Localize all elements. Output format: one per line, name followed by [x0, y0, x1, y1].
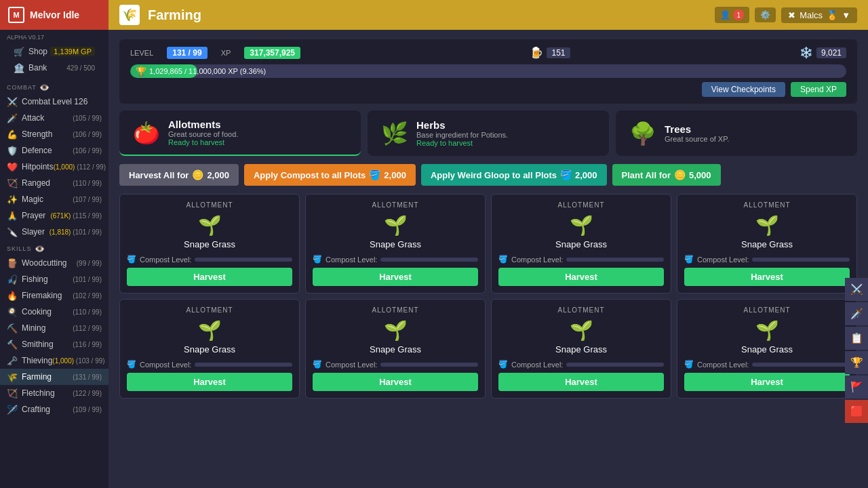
compost-bucket-3: 🪣	[498, 255, 508, 264]
plant-name-1: Snape Grass	[184, 239, 235, 249]
combat-icon: ⚔️	[7, 96, 18, 107]
allotment-category-icon: 🍅	[133, 120, 160, 146]
plant-name-4: Snape Grass	[741, 239, 793, 249]
allotment-card-5: ALLOTMENT 🌱 Snape Grass 🪣 Compost Level:…	[119, 299, 300, 399]
sidebar-item-magic[interactable]: ✨ Magic (107 / 99)	[0, 191, 108, 207]
stats-bar: LEVEL 131 / 99 XP 317,357,925 🍺 151 ❄️ 9…	[119, 39, 857, 104]
compost-bucket-5: 🪣	[127, 360, 136, 369]
category-herbs[interactable]: 🌿 Herbs Base ingredient for Potions. Rea…	[368, 110, 609, 156]
sidebar-item-woodcutting[interactable]: 🪵 Woodcutting (99 / 99)	[0, 255, 108, 271]
sidebar-item-strength[interactable]: 💪 Strength (106 / 99)	[0, 126, 108, 142]
sidebar-item-prayer[interactable]: 🙏 Prayer (671K) (115 / 99)	[0, 207, 108, 224]
allotment-header-3: ALLOTMENT	[498, 201, 664, 209]
firemaking-icon: 🔥	[7, 290, 18, 301]
fishing-icon: 🎣	[7, 274, 18, 285]
allotment-header-6: ALLOTMENT	[313, 306, 478, 314]
sidebar-item-farming[interactable]: 🌾 Farming (131 / 99)	[0, 369, 108, 385]
compost-row-1: 🪣 Compost Level:	[127, 255, 292, 264]
sidebar-item-combat-level[interactable]: ⚔️ Combat Level 126	[0, 94, 108, 110]
cooking-icon: 🍳	[7, 306, 18, 317]
settings-button[interactable]: ⚙️	[755, 7, 776, 22]
allotment-header-4: ALLOTMENT	[684, 201, 850, 209]
compost-bar-7	[566, 363, 664, 367]
harvest-button-1[interactable]: Harvest	[127, 268, 292, 286]
plant-icon-1: 🌱	[198, 214, 222, 237]
notifications-button[interactable]: 👤 1	[715, 7, 749, 23]
category-allotments[interactable]: 🍅 Allotments Great source of food. Ready…	[119, 110, 361, 156]
sidebar-item-mining[interactable]: ⛏️ Mining (112 / 99)	[0, 320, 108, 336]
sidebar-item-slayer[interactable]: 🔪 Slayer (1,818) (101 / 99)	[0, 224, 108, 240]
content-area: LEVEL 131 / 99 XP 317,357,925 🍺 151 ❄️ 9…	[108, 30, 868, 488]
compost-coin-icon: 🪣	[369, 169, 380, 180]
right-icon-clipboard[interactable]: 📋	[845, 327, 868, 350]
herbs-desc: Base ingredient for Potions.	[416, 131, 508, 139]
harvest-button-6[interactable]: Harvest	[313, 373, 478, 391]
view-checkpoints-button[interactable]: View Checkpoints	[702, 82, 785, 97]
plant-icon-7: 🌱	[570, 319, 593, 342]
plant-icon-3: 🌱	[570, 214, 593, 237]
topbar: 🌾 Farming 👤 1 ⚙️ ✖ Malcs 🏅 ▼	[108, 0, 868, 30]
gloop-all-button[interactable]: Apply Weird Gloop to all Plots 🪣 2,000	[421, 164, 607, 186]
sidebar-item-bank[interactable]: 🏦 Bank 429 / 500	[7, 60, 102, 76]
right-icon-dagger[interactable]: 🗡️	[845, 302, 868, 325]
sidebar-item-firemaking[interactable]: 🔥 Firemaking (102 / 99)	[0, 287, 108, 304]
plant-icon-8: 🌱	[755, 319, 779, 342]
plant-name-2: Snape Grass	[370, 239, 421, 249]
plant-all-button[interactable]: Plant All for 🪙 5,000	[612, 164, 721, 186]
xp-progress-bar: 🏆 1,029,865 / 11,000,000 XP (9.36%)	[130, 64, 846, 78]
compost-bucket-8: 🪣	[684, 360, 694, 369]
compost-bucket-2: 🪣	[313, 255, 322, 264]
user-chevron: ▼	[842, 10, 850, 20]
compost-bar-1	[195, 258, 292, 262]
sidebar-item-shop[interactable]: 🛒 Shop 1,139M GP	[7, 43, 102, 60]
herbs-category-icon: 🌿	[381, 121, 408, 146]
harvest-button-2[interactable]: Harvest	[313, 268, 478, 286]
sidebar-item-defence[interactable]: 🛡️ Defence (106 / 99)	[0, 142, 108, 159]
trees-category-icon: 🌳	[629, 121, 656, 146]
harvest-all-button[interactable]: Harvest All for 🪙 2,000	[119, 164, 239, 186]
sidebar-item-fletching[interactable]: 🏹 Fletching (122 / 99)	[0, 385, 108, 401]
hitpoints-icon: ❤️	[7, 161, 18, 172]
plant-icon-6: 🌱	[384, 319, 408, 342]
allotment-title: Allotments	[168, 119, 238, 130]
sidebar-item-crafting[interactable]: 🪡 Crafting (109 / 99)	[0, 401, 108, 418]
user-profile[interactable]: ✖ Malcs 🏅 ▼	[781, 7, 857, 23]
harvest-button-7[interactable]: Harvest	[498, 373, 664, 391]
compost-all-button[interactable]: Apply Compost to all Plots 🪣 2,000	[244, 164, 416, 186]
combat-section-label: COMBAT 👁️	[0, 79, 108, 94]
sidebar-item-ranged[interactable]: 🏹 Ranged (110 / 99)	[0, 175, 108, 191]
plant-icon-5: 🌱	[198, 319, 222, 342]
app-logo[interactable]: M Melvor Idle	[0, 0, 108, 30]
plant-coin-icon: 🪙	[674, 169, 686, 180]
slayer-icon: 🔪	[7, 226, 18, 237]
compost-bar-3	[566, 258, 664, 262]
farming-page-icon: 🌾	[119, 5, 140, 25]
bank-label: Bank	[28, 63, 47, 73]
right-icon-sword[interactable]: ⚔️	[845, 278, 868, 301]
spend-xp-button[interactable]: Spend XP	[791, 82, 846, 97]
harvest-button-8[interactable]: Harvest	[684, 373, 850, 391]
woodcutting-icon: 🪵	[7, 258, 18, 268]
sidebar-item-fishing[interactable]: 🎣 Fishing (101 / 99)	[0, 271, 108, 287]
thieving-icon: 🗝️	[7, 355, 18, 366]
compost-row-2: 🪣 Compost Level:	[313, 255, 478, 264]
sidebar-item-hitpoints[interactable]: ❤️ Hitpoints (1,000) (112 / 99)	[0, 159, 108, 175]
ranged-icon: 🏹	[7, 178, 18, 188]
plant-name-5: Snape Grass	[184, 344, 235, 354]
right-icon-red[interactable]: 🟥	[845, 400, 868, 423]
sidebar-item-thieving[interactable]: 🗝️ Thieving (1,000) (103 / 99)	[0, 352, 108, 369]
sidebar-item-cooking[interactable]: 🍳 Cooking (110 / 99)	[0, 304, 108, 320]
allotment-header-1: ALLOTMENT	[127, 201, 292, 209]
category-trees[interactable]: 🌳 Trees Great source of XP.	[616, 110, 857, 156]
resource1-icon: 🍺	[530, 46, 543, 59]
right-icon-trophy[interactable]: 🏆	[845, 351, 868, 374]
sidebar-item-smithing[interactable]: 🔨 Smithing (116 / 99)	[0, 336, 108, 352]
right-icon-flag[interactable]: 🚩	[845, 375, 868, 399]
harvest-button-5[interactable]: Harvest	[127, 373, 292, 391]
harvest-button-4[interactable]: Harvest	[684, 268, 850, 286]
allotment-card-3: ALLOTMENT 🌱 Snape Grass 🪣 Compost Level:…	[491, 194, 671, 293]
magic-icon: ✨	[7, 194, 18, 205]
sidebar-item-attack[interactable]: 🗡️ Attack (105 / 99)	[0, 110, 108, 126]
harvest-button-3[interactable]: Harvest	[498, 268, 664, 286]
shop-icon: 🛒	[14, 46, 24, 57]
